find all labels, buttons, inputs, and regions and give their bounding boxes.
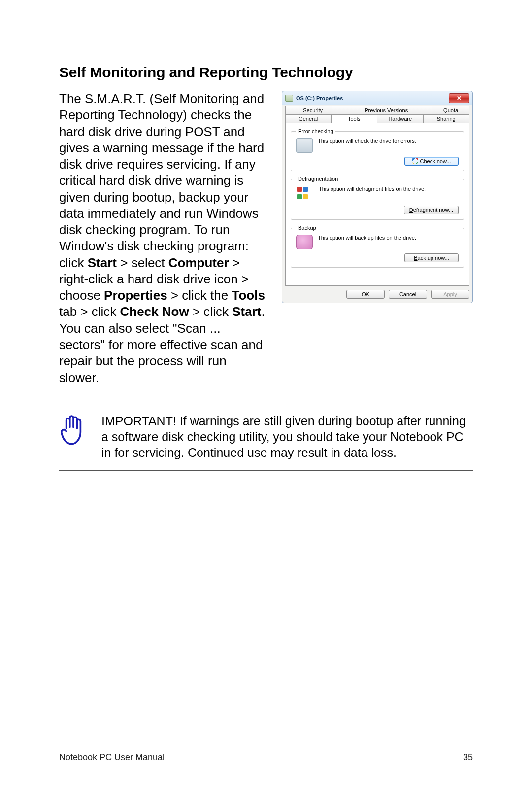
kw-computer: Computer (168, 255, 229, 270)
dialog-body: Security Previous Versions Quota General… (282, 105, 473, 303)
kw-start2: Start (232, 304, 261, 319)
kw-properties: Properties (104, 288, 167, 303)
btn-label-rest: pply (447, 291, 457, 297)
body-frag: > click (189, 304, 232, 319)
disk-icon (296, 138, 313, 153)
section-heading: Self Monitoring and Reporting Technology (59, 64, 473, 81)
drive-icon (285, 95, 293, 102)
body-frag: > click the (167, 288, 232, 303)
body-frag: > select (117, 255, 168, 270)
defrag-text: This option will defragment files on the… (319, 186, 426, 192)
check-now-button[interactable]: Check now... (404, 157, 459, 166)
dialog-action-row: OK Cancel Apply (285, 290, 469, 299)
important-note: IMPORTANT! If warnings are still given d… (59, 406, 473, 471)
tab-content-tools: Error-checking This option will check th… (285, 123, 469, 286)
apply-button[interactable]: Apply (431, 290, 469, 299)
kw-start: Start (88, 255, 117, 270)
btn-label-rest: ack up now... (418, 255, 449, 261)
legend-error-checking: Error-checking (296, 128, 335, 134)
kw-check-now: Check Now (120, 304, 189, 319)
group-error-checking: Error-checking This option will check th… (291, 128, 464, 171)
kw-tools: Tools (232, 288, 265, 303)
tab-general[interactable]: General (285, 114, 332, 123)
legend-backup: Backup (296, 225, 318, 231)
dialog-titlebar: OS (C:) Properties ✕ (282, 91, 473, 105)
group-backup: Backup This option will back up files on… (291, 225, 464, 268)
legend-defragmentation: Defragmentation (296, 176, 340, 182)
ok-button[interactable]: OK (346, 290, 385, 299)
cancel-button[interactable]: Cancel (389, 290, 427, 299)
tab-security[interactable]: Security (285, 106, 340, 114)
back-up-now-button[interactable]: Back up now... (404, 253, 459, 262)
dialog-title: OS (C:) Properties (296, 95, 343, 101)
shield-icon (412, 158, 418, 164)
properties-dialog: OS (C:) Properties ✕ Security Previous V… (282, 91, 473, 303)
defrag-icon (296, 186, 314, 202)
tab-sharing[interactable]: Sharing (424, 114, 470, 123)
mnemonic: B (414, 255, 417, 261)
tab-quota[interactable]: Quota (432, 106, 469, 114)
btn-label-rest: heck now... (424, 158, 451, 164)
backup-text: This option will back up files on the dr… (318, 235, 416, 241)
btn-label-rest: efragment now... (413, 207, 453, 213)
body-frag: tab > click (59, 304, 120, 319)
footer-left: Notebook PC User Manual (59, 752, 165, 763)
important-note-text: IMPORTANT! If warnings are still given d… (101, 413, 473, 460)
body-text: The S.M.A.R.T. (Self Monitoring and Repo… (59, 91, 268, 386)
tab-tools[interactable]: Tools (332, 114, 378, 123)
tab-hardware[interactable]: Hardware (377, 114, 424, 123)
error-checking-text: This option will check the drive for err… (318, 138, 416, 144)
defragment-now-button[interactable]: Defragment now... (404, 206, 459, 214)
backup-icon (296, 235, 313, 249)
mnemonic: A (443, 291, 447, 297)
mnemonic: D (409, 207, 413, 213)
footer-page-number: 35 (463, 752, 473, 763)
page-footer: Notebook PC User Manual 35 (59, 749, 473, 763)
close-button[interactable]: ✕ (449, 93, 469, 103)
group-defragmentation: Defragmentation This option will defragm… (291, 176, 464, 220)
body-frag: The S.M.A.R.T. (Self Monitoring and Repo… (59, 91, 264, 270)
tab-strip: Security Previous Versions Quota General… (285, 106, 469, 123)
hand-stop-icon (59, 413, 88, 451)
tab-previous-versions[interactable]: Previous Versions (340, 106, 432, 114)
